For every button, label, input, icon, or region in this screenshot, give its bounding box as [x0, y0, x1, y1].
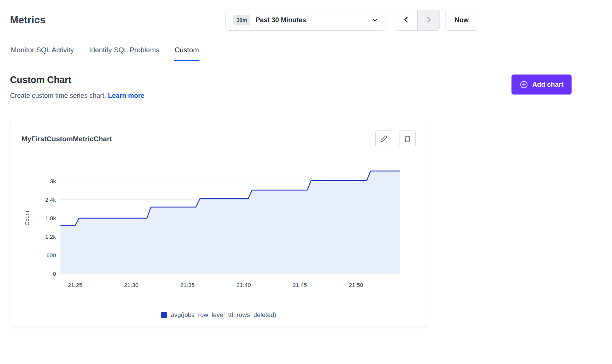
custom-chart-section-header: Custom Chart Create custom time series c… [10, 75, 572, 100]
legend-item[interactable]: avg(jobs_row_level_ttl_rows_deleted) [161, 311, 276, 319]
svg-text:600: 600 [46, 252, 56, 258]
section-description: Create custom time series chart. Learn m… [10, 92, 144, 100]
chart-legend: avg(jobs_row_level_ttl_rows_deleted) [22, 304, 416, 327]
section-description-text: Create custom time series chart. [10, 92, 106, 99]
svg-text:21:40: 21:40 [237, 282, 251, 288]
delete-chart-button[interactable] [399, 130, 416, 147]
now-button[interactable]: Now [445, 10, 478, 31]
chart-plot-area: 06001.2k1.8k2.4k3k21:2521:3021:3521:4021… [22, 158, 417, 293]
timeseries-chart: 06001.2k1.8k2.4k3k21:2521:3021:3521:4021… [22, 158, 416, 294]
chevron-right-icon [425, 16, 433, 25]
tab-custom[interactable]: Custom [174, 44, 200, 61]
metrics-page: Metrics 30m Past 30 Minutes [0, 0, 612, 327]
svg-text:Count: Count [24, 211, 30, 226]
svg-text:1.8k: 1.8k [45, 215, 56, 221]
svg-text:3k: 3k [50, 178, 56, 184]
trash-icon [404, 135, 411, 143]
custom-metric-chart-card: MyFirstCustomMetricChart 06001.2k1.8k2.4… [10, 120, 427, 327]
page-title: Metrics [10, 14, 46, 26]
learn-more-link[interactable]: Learn more [108, 92, 144, 99]
svg-text:21:35: 21:35 [180, 282, 195, 288]
legend-swatch [161, 312, 167, 318]
tab-identify-sql-problems[interactable]: Identify SQL Problems [88, 44, 160, 61]
chart-card-header: MyFirstCustomMetricChart [22, 130, 416, 147]
add-chart-button[interactable]: Add chart [511, 75, 572, 95]
chart-title: MyFirstCustomMetricChart [22, 135, 112, 143]
svg-text:21:50: 21:50 [349, 282, 363, 288]
legend-label: avg(jobs_row_level_ttl_rows_deleted) [171, 311, 276, 319]
time-range-badge: 30m [233, 15, 250, 25]
section-title-block: Custom Chart Create custom time series c… [10, 75, 144, 100]
svg-text:2.4k: 2.4k [45, 196, 56, 203]
time-pager-group: Now [395, 10, 478, 31]
previous-time-button[interactable] [395, 10, 417, 30]
time-controls: 30m Past 30 Minutes [226, 10, 478, 31]
time-pager [395, 10, 440, 31]
chevron-down-icon [372, 17, 378, 23]
time-range-label: Past 30 Minutes [256, 16, 306, 24]
chart-actions [375, 130, 416, 147]
plus-circle-icon [520, 80, 528, 89]
svg-text:1.2k: 1.2k [45, 234, 56, 240]
svg-text:21:25: 21:25 [68, 282, 82, 288]
add-chart-label: Add chart [532, 81, 563, 89]
svg-text:0: 0 [53, 271, 56, 277]
svg-text:21:30: 21:30 [124, 282, 139, 288]
edit-chart-button[interactable] [375, 130, 392, 147]
time-range-dropdown[interactable]: 30m Past 30 Minutes [226, 10, 385, 31]
svg-text:21:45: 21:45 [293, 282, 307, 288]
metrics-tabs: Monitor SQL Activity Identify SQL Proble… [10, 44, 572, 61]
next-time-button[interactable] [417, 10, 440, 30]
chevron-left-icon [402, 16, 410, 25]
page-header: Metrics 30m Past 30 Minutes [10, 8, 602, 32]
pencil-icon [380, 135, 388, 143]
tab-monitor-sql-activity[interactable]: Monitor SQL Activity [10, 44, 75, 61]
section-title: Custom Chart [10, 75, 144, 85]
